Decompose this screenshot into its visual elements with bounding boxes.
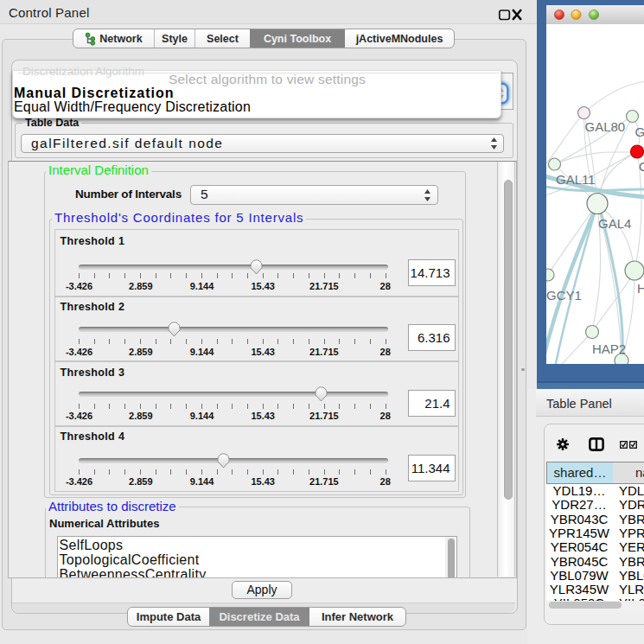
svg-text:C: C [639,159,644,174]
svg-text:GAL4: GAL4 [598,216,631,231]
svg-text:GAL11: GAL11 [556,172,596,187]
svg-text:GAL80: GAL80 [585,119,626,134]
svg-text:H: H [637,281,644,296]
svg-text:GCY1: GCY1 [546,288,582,303]
svg-text:HAP2: HAP2 [592,341,626,356]
svg-text:GA: GA [635,124,644,139]
